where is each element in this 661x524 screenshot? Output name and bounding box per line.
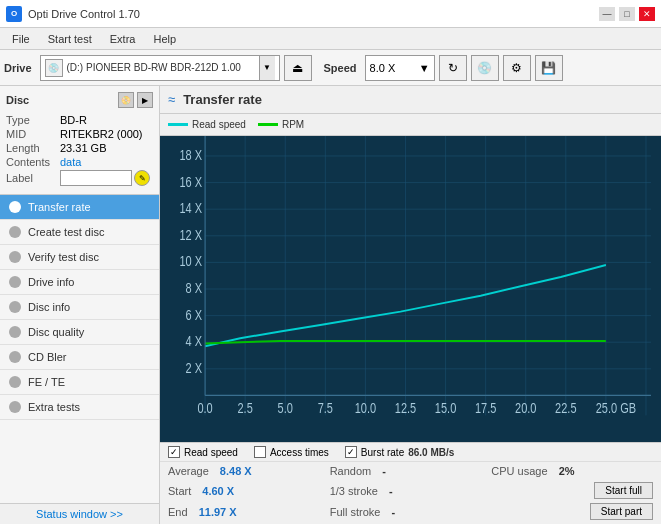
stats-row-3: End 11.97 X Full stroke - Start part xyxy=(160,501,661,524)
drive-selector[interactable]: 💿 (D:) PIONEER BD-RW BDR-212D 1.00 ▼ xyxy=(40,55,280,81)
main-layout: Disc 📀 ▶ Type BD-R MID RITEKBR2 (000) Le… xyxy=(0,86,661,524)
nav-drive-info[interactable]: Drive info xyxy=(0,270,159,295)
nav-cd-bler[interactable]: CD Bler xyxy=(0,345,159,370)
minimize-button[interactable]: — xyxy=(599,7,615,21)
burst-rate-checkbox[interactable]: ✓ xyxy=(345,446,357,458)
end-label: End xyxy=(168,506,188,518)
nav-extra-tests[interactable]: Extra tests xyxy=(0,395,159,420)
access-times-checkbox-item[interactable]: Access times xyxy=(254,446,329,458)
svg-text:4 X: 4 X xyxy=(186,333,203,350)
maximize-button[interactable]: □ xyxy=(619,7,635,21)
disc-header-icon2[interactable]: ▶ xyxy=(137,92,153,108)
nav-fe-te[interactable]: FE / TE xyxy=(0,370,159,395)
svg-text:8 X: 8 X xyxy=(186,279,203,296)
legend-rpm-color xyxy=(258,123,278,126)
menu-file[interactable]: File xyxy=(4,31,38,47)
save-button[interactable]: 💾 xyxy=(535,55,563,81)
average-cell: Average 8.48 X xyxy=(168,465,330,477)
svg-text:15.0: 15.0 xyxy=(435,399,456,416)
chart-svg: 18 X 16 X 14 X 12 X 10 X 8 X 6 X 4 X 2 X… xyxy=(160,136,661,442)
close-button[interactable]: ✕ xyxy=(639,7,655,21)
stroke1-cell: 1/3 stroke - xyxy=(330,485,492,497)
nav-disc-info-label: Disc info xyxy=(28,301,70,313)
read-speed-checkbox-item[interactable]: ✓ Read speed xyxy=(168,446,238,458)
nav-create-test-disc[interactable]: Create test disc xyxy=(0,220,159,245)
legend-read-speed: Read speed xyxy=(168,119,246,130)
svg-text:10.0: 10.0 xyxy=(355,399,376,416)
cpu-cell: CPU usage 2% xyxy=(491,465,653,477)
nav-disc-quality[interactable]: Disc quality xyxy=(0,320,159,345)
type-label: Type xyxy=(6,114,60,126)
stats-checkboxes: ✓ Read speed Access times ✓ Burst rate 8… xyxy=(160,443,661,462)
stroke1-value: - xyxy=(389,485,393,497)
full-stroke-cell: Full stroke - xyxy=(330,506,492,518)
burst-rate-value: 86.0 MB/s xyxy=(408,447,454,458)
speed-label: Speed xyxy=(324,62,357,74)
legend-read-speed-label: Read speed xyxy=(192,119,246,130)
nav-menu: Transfer rate Create test disc Verify te… xyxy=(0,195,159,503)
label-input[interactable] xyxy=(60,170,132,186)
nav-verify-test-disc[interactable]: Verify test disc xyxy=(0,245,159,270)
nav-transfer-rate[interactable]: Transfer rate xyxy=(0,195,159,220)
svg-text:0.0: 0.0 xyxy=(197,399,212,416)
drive-value: (D:) PIONEER BD-RW BDR-212D 1.00 xyxy=(67,62,255,73)
access-times-checkbox-label: Access times xyxy=(270,447,329,458)
svg-text:12.5: 12.5 xyxy=(395,399,416,416)
settings-button[interactable]: ⚙ xyxy=(503,55,531,81)
cpu-label: CPU usage xyxy=(491,465,547,477)
full-stroke-value: - xyxy=(391,506,395,518)
svg-text:7.5: 7.5 xyxy=(318,399,333,416)
svg-text:20.0: 20.0 xyxy=(515,399,536,416)
stats-row-2: Start 4.60 X 1/3 stroke - Start full xyxy=(160,480,661,501)
disc-info-panel: Disc 📀 ▶ Type BD-R MID RITEKBR2 (000) Le… xyxy=(0,86,159,195)
content-area: ≈ Transfer rate Read speed RPM xyxy=(160,86,661,524)
chart-header-icon: ≈ xyxy=(168,92,175,107)
nav-cd-bler-label: CD Bler xyxy=(28,351,67,363)
start-label: Start xyxy=(168,485,191,497)
stroke1-label: 1/3 stroke xyxy=(330,485,378,497)
length-value: 23.31 GB xyxy=(60,142,153,154)
speed-selector[interactable]: 8.0 X ▼ xyxy=(365,55,435,81)
drive-dropdown-button[interactable]: ▼ xyxy=(259,56,275,80)
menu-start-test[interactable]: Start test xyxy=(40,31,100,47)
nav-verify-test-disc-label: Verify test disc xyxy=(28,251,99,263)
status-window-button[interactable]: Status window >> xyxy=(0,503,159,524)
menu-help[interactable]: Help xyxy=(145,31,184,47)
refresh-button[interactable]: ↻ xyxy=(439,55,467,81)
legend-rpm: RPM xyxy=(258,119,304,130)
length-label: Length xyxy=(6,142,60,154)
nav-transfer-rate-label: Transfer rate xyxy=(28,201,91,213)
window-controls: — □ ✕ xyxy=(599,7,655,21)
disc-button[interactable]: 💿 xyxy=(471,55,499,81)
random-value: - xyxy=(382,465,386,477)
access-times-checkbox[interactable] xyxy=(254,446,266,458)
stats-area: ✓ Read speed Access times ✓ Burst rate 8… xyxy=(160,442,661,524)
nav-disc-info[interactable]: Disc info xyxy=(0,295,159,320)
nav-create-test-disc-label: Create test disc xyxy=(28,226,104,238)
start-full-button[interactable]: Start full xyxy=(594,482,653,499)
menu-bar: File Start test Extra Help xyxy=(0,28,661,50)
nav-disc-quality-label: Disc quality xyxy=(28,326,84,338)
drive-icon: 💿 xyxy=(45,59,63,77)
label-icon[interactable]: ✎ xyxy=(134,170,150,186)
eject-button[interactable]: ⏏ xyxy=(284,55,312,81)
nav-fe-te-label: FE / TE xyxy=(28,376,65,388)
chart-legend: Read speed RPM xyxy=(160,114,661,136)
contents-value[interactable]: data xyxy=(60,156,153,168)
speed-value: 8.0 X xyxy=(370,62,396,74)
menu-extra[interactable]: Extra xyxy=(102,31,144,47)
svg-text:10 X: 10 X xyxy=(179,253,202,270)
burst-rate-checkbox-label: Burst rate xyxy=(361,447,404,458)
burst-rate-checkbox-item[interactable]: ✓ Burst rate 86.0 MB/s xyxy=(345,446,455,458)
legend-rpm-label: RPM xyxy=(282,119,304,130)
read-speed-checkbox[interactable]: ✓ xyxy=(168,446,180,458)
disc-header-icon1[interactable]: 📀 xyxy=(118,92,134,108)
start-part-cell: Start part xyxy=(491,503,653,520)
start-part-button[interactable]: Start part xyxy=(590,503,653,520)
stats-row-1: Average 8.48 X Random - CPU usage 2% xyxy=(160,462,661,480)
start-value: 4.60 X xyxy=(202,485,234,497)
end-value: 11.97 X xyxy=(199,506,237,518)
type-value: BD-R xyxy=(60,114,153,126)
cpu-value: 2% xyxy=(559,465,575,477)
random-cell: Random - xyxy=(330,465,492,477)
